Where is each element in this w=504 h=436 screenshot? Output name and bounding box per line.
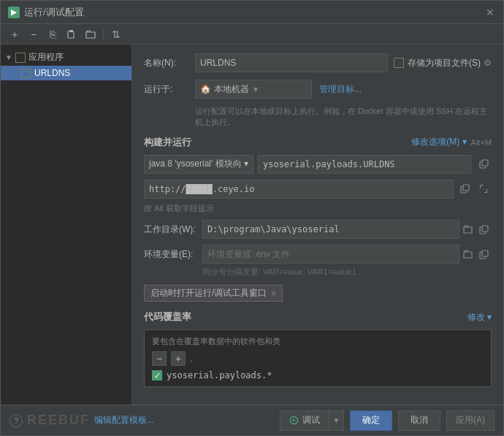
close-button[interactable]: ✕ — [484, 7, 496, 18]
ok-button[interactable]: 确定 — [350, 410, 392, 431]
sidebar-group: ▼ 应用程序 URLDNS — [1, 47, 131, 82]
help-button[interactable]: ? — [9, 414, 23, 427]
save-checkbox[interactable] — [394, 58, 404, 68]
env-folder-icon[interactable] — [459, 246, 476, 262]
run-on-icon: 🏠 — [200, 84, 211, 94]
env-hint: 用分号分隔变量: VAR=value, VAR1=value1 — [202, 267, 492, 278]
main-panel: 名称(N): 存储为项目文件(S) ⚙ 运行于: 🏠 本地机器 ▼ 管理目标..… — [132, 45, 503, 405]
save-label: 存储为项目文件(S) — [408, 57, 481, 69]
java-select-value: java 8 'ysoserial' 模块向 ▾ — [149, 158, 248, 170]
coverage-title: 代码覆盖率 — [144, 310, 191, 324]
debug-window-tag: 启动时打开运行/调试工具窗口 × — [144, 285, 283, 302]
sidebar-item-label: URLDNS — [34, 68, 70, 78]
coverage-subtitle: 要包含在覆盖率数据中的软件包和类 — [152, 336, 484, 347]
url-row — [144, 180, 492, 199]
coverage-add-hint: , — [190, 353, 192, 364]
dialog: ▶ 运行/调试配置 ✕ + − ⎘ ⇅ ▼ 应用程序 — [0, 0, 504, 436]
name-label: 名称(N): — [144, 57, 195, 69]
title-bar: ▶ 运行/调试配置 ✕ — [1, 1, 503, 24]
add-button[interactable]: + — [7, 27, 23, 42]
hotkey-hint: Alt+M — [471, 138, 492, 147]
arrow-icon: ▼ — [5, 53, 12, 61]
coverage-box: 要包含在覆盖率数据中的软件包和类 − + , ✓ ysoserial.paylo… — [144, 329, 492, 387]
coverage-add-btn[interactable]: + — [171, 351, 186, 366]
build-section-header: 构建并运行 修改选项(M) ▾ Alt+M — [144, 136, 492, 149]
workdir-input[interactable] — [202, 220, 459, 239]
svg-rect-5 — [463, 185, 469, 191]
java-select[interactable]: java 8 'ysoserial' 模块向 ▾ — [144, 155, 253, 174]
group-checkbox[interactable] — [15, 53, 26, 63]
debug-btn-label: 调试 — [302, 414, 320, 427]
url-expand-icon[interactable] — [476, 181, 492, 197]
run-on-label: 运行于: — [144, 83, 195, 96]
tag-label: 启动时打开运行/调试工具窗口 — [150, 287, 267, 299]
build-title: 构建并运行 — [144, 136, 191, 149]
folder-button[interactable] — [83, 27, 99, 42]
toolbar-separator — [103, 28, 104, 40]
coverage-modify-link[interactable]: 修改 ▾ — [467, 311, 492, 324]
url-copy-icon[interactable] — [457, 181, 473, 197]
svg-rect-1 — [69, 30, 73, 32]
run-on-select[interactable]: 🏠 本地机器 ▼ — [195, 80, 312, 99]
gear-icon[interactable]: ⚙ — [484, 58, 492, 68]
run-on-row: 运行于: 🏠 本地机器 ▼ 管理目标... — [144, 80, 492, 99]
java-payload-row: java 8 'ysoserial' 模块向 ▾ — [144, 155, 492, 174]
sidebar: ▼ 应用程序 URLDNS — [1, 45, 132, 405]
coverage-header: 代码覆盖率 修改 ▾ — [144, 310, 492, 324]
save-checkbox-row: 存储为项目文件(S) ⚙ — [394, 57, 492, 69]
coverage-controls: − + , — [152, 351, 484, 366]
dialog-title: 运行/调试配置 — [24, 6, 84, 19]
tag-row: 启动时打开运行/调试工具窗口 × — [144, 285, 492, 302]
run-hint: 运行配置可以在本地或目标上执行。例如，在 Docker 容器中或使用 SSH 在… — [195, 106, 492, 129]
workdir-copy-icon[interactable] — [476, 221, 492, 237]
url-field[interactable] — [144, 180, 454, 199]
payload-field[interactable] — [258, 155, 471, 174]
name-row: 名称(N): 存储为项目文件(S) ⚙ — [144, 53, 492, 72]
coverage-checkbox[interactable]: ✓ — [152, 370, 162, 380]
sidebar-group-header[interactable]: ▼ 应用程序 — [1, 49, 131, 66]
workdir-folder-icon[interactable] — [459, 221, 476, 237]
svg-rect-3 — [482, 160, 488, 166]
url-hint: 按 Alt 获取字段提示 — [144, 203, 492, 214]
paste-button[interactable] — [64, 27, 80, 42]
payload-copy-icon[interactable] — [476, 156, 492, 172]
title-bar-left: ▶ 运行/调试配置 — [8, 6, 84, 19]
env-row: 环境变量(E): — [144, 245, 492, 264]
debug-main-btn[interactable]: 调试 — [280, 411, 329, 430]
bottom-bar: ? REEBUF 编辑配置模板... 调试 ▼ 确定 取消 应用(A) — [1, 405, 503, 435]
svg-rect-0 — [68, 31, 74, 38]
debug-dropdown-arrow[interactable]: ▼ — [329, 411, 343, 430]
svg-rect-9 — [482, 250, 488, 256]
watermark: REEBUF — [27, 413, 90, 428]
debug-button-group: 调试 ▼ — [280, 410, 344, 431]
run-on-arrow: ▼ — [252, 85, 259, 93]
coverage-remove-btn[interactable]: − — [152, 351, 167, 366]
toolbar: + − ⎘ ⇅ — [1, 24, 503, 45]
svg-rect-7 — [482, 226, 488, 232]
workdir-label: 工作目录(W): — [144, 223, 202, 236]
bottom-left: ? REEBUF 编辑配置模板... — [9, 413, 154, 428]
bottom-right: 调试 ▼ 确定 取消 应用(A) — [280, 410, 495, 431]
name-input[interactable] — [195, 53, 388, 72]
workdir-row: 工作目录(W): — [144, 220, 492, 239]
coverage-item-label: ysoserial.payloads.* — [167, 370, 272, 380]
edit-template-link[interactable]: 编辑配置模板... — [94, 414, 154, 427]
group-label: 应用程序 — [28, 51, 64, 64]
env-label: 环境变量(E): — [144, 248, 202, 261]
sidebar-item-urldns[interactable]: URLDNS — [1, 66, 131, 80]
sort-button[interactable]: ⇅ — [108, 27, 124, 42]
coverage-section: 代码覆盖率 修改 ▾ 要包含在覆盖率数据中的软件包和类 − + , ✓ ysos… — [144, 310, 492, 387]
apply-button[interactable]: 应用(A) — [446, 410, 495, 431]
env-copy-icon[interactable] — [476, 246, 492, 262]
copy-button[interactable]: ⎘ — [45, 27, 61, 42]
env-input[interactable] — [202, 245, 459, 264]
app-icon: ▶ — [8, 7, 20, 18]
manage-link[interactable]: 管理目标... — [319, 83, 362, 96]
remove-button[interactable]: − — [26, 27, 42, 42]
item-checkbox[interactable] — [21, 69, 31, 78]
check-mark: ✓ — [154, 371, 161, 380]
modify-options-link[interactable]: 修改选项(M) ▾ — [411, 136, 466, 148]
cancel-button[interactable]: 取消 — [398, 410, 440, 431]
coverage-item: ✓ ysoserial.payloads.* — [152, 370, 484, 380]
tag-close-button[interactable]: × — [271, 288, 276, 299]
